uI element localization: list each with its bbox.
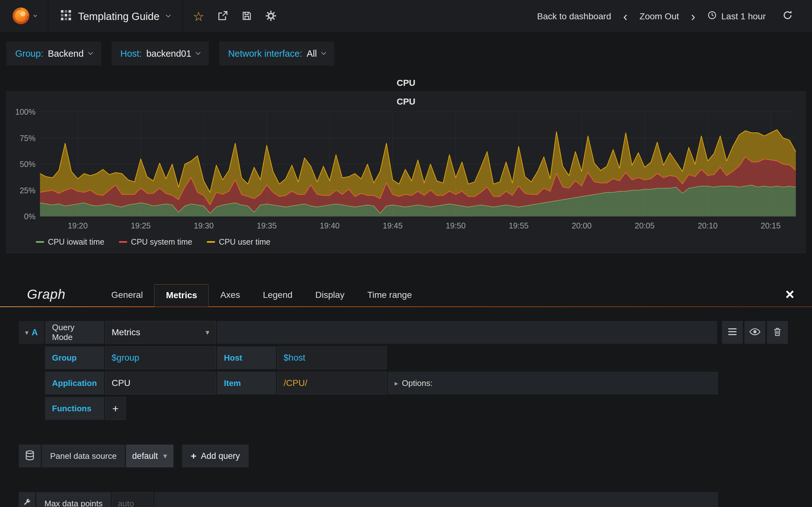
item-input[interactable]: /CPU/ <box>277 372 387 395</box>
query-row-group-host: Group $group Host $host <box>45 346 788 369</box>
host-input[interactable]: $host <box>277 346 387 369</box>
star-button[interactable]: ☆ <box>188 6 209 27</box>
trash-icon <box>773 327 781 338</box>
wrench-icon <box>23 499 31 507</box>
panel-editor-header: Graph General Metrics Axes Legend Displa… <box>0 281 812 306</box>
panel-title[interactable]: CPU <box>0 73 812 91</box>
close-editor-button[interactable]: × <box>785 287 794 306</box>
tab-general[interactable]: General <box>100 284 154 306</box>
variable-value: backend01 <box>146 49 191 59</box>
functions-label: Functions <box>45 397 104 420</box>
zoom-out-button[interactable]: Zoom Out <box>640 11 679 21</box>
svg-text:25%: 25% <box>20 186 36 195</box>
variable-value: Backend <box>48 49 84 59</box>
refresh-button[interactable] <box>777 6 798 27</box>
refresh-icon <box>782 10 793 22</box>
share-button[interactable] <box>212 6 233 27</box>
datasource-value: default <box>132 451 158 461</box>
add-function-button[interactable]: + <box>105 397 126 420</box>
application-input[interactable]: CPU <box>105 372 216 395</box>
navbar-right: Back to dashboard ‹ Zoom Out › Last 1 ho… <box>537 0 812 33</box>
caret-down-icon: ▾ <box>206 328 209 337</box>
dashboard-grid-icon <box>61 10 71 23</box>
star-icon: ☆ <box>193 10 204 23</box>
cpu-chart[interactable]: 0%25%50%75%100%19:2019:2519:3019:3519:40… <box>7 107 805 234</box>
legend-item[interactable]: CPU user time <box>207 237 270 246</box>
max-data-points-row: Max data points auto <box>19 492 788 507</box>
add-query-button[interactable]: + Add query <box>182 445 249 467</box>
caret-down-icon <box>33 13 37 17</box>
editor-accent-line <box>0 306 812 307</box>
group-value: $group <box>112 353 139 363</box>
item-value: /CPU/ <box>284 378 307 388</box>
editor-title: Graph <box>27 287 66 306</box>
gear-icon <box>265 10 276 23</box>
svg-text:19:35: 19:35 <box>257 221 277 230</box>
query-menu-button[interactable] <box>722 321 743 344</box>
svg-text:50%: 50% <box>20 160 36 169</box>
settings-button[interactable] <box>260 6 281 27</box>
svg-text:20:15: 20:15 <box>761 221 780 230</box>
query-row-spacer <box>217 321 717 344</box>
database-icon <box>24 450 35 462</box>
host-value: $host <box>284 353 305 363</box>
legend-item[interactable]: CPU system time <box>119 237 192 246</box>
svg-text:75%: 75% <box>20 134 36 143</box>
max-data-points-value: auto <box>118 499 134 507</box>
save-button[interactable] <box>236 6 257 27</box>
svg-text:20:00: 20:00 <box>572 221 592 230</box>
share-icon <box>217 10 229 23</box>
query-delete-button[interactable] <box>767 321 788 344</box>
variable-label: Group: <box>15 49 44 59</box>
datasource-select[interactable]: default ▾ <box>126 445 173 467</box>
tab-display[interactable]: Display <box>304 284 356 306</box>
svg-text:19:55: 19:55 <box>509 221 529 230</box>
max-data-points-input[interactable]: auto <box>112 492 153 507</box>
chart-legend: CPU iowait time CPU system time CPU user… <box>7 234 805 253</box>
template-variables-row: Group: Backend Host: backend01 Network i… <box>0 33 812 73</box>
query-row-mode: ▾ A Query Mode Metrics ▾ <box>19 321 788 344</box>
variable-label: Host: <box>120 49 142 59</box>
dashboard-title-dropdown[interactable]: Templating Guide <box>48 0 183 33</box>
caret-down-icon: ▾ <box>163 452 167 460</box>
tab-metrics[interactable]: Metrics <box>154 284 209 307</box>
legend-item[interactable]: CPU iowait time <box>36 237 104 246</box>
tab-axes[interactable]: Axes <box>209 284 251 306</box>
plus-icon: + <box>191 451 197 461</box>
variable-network-interface[interactable]: Network interface: All <box>219 42 334 66</box>
legend-label: CPU system time <box>131 237 192 246</box>
time-shift-back-button[interactable]: ‹ <box>623 10 628 23</box>
options-toggle[interactable]: ▸ Options: <box>388 378 433 388</box>
svg-text:100%: 100% <box>15 107 36 116</box>
query-editor: ▾ A Query Mode Metrics ▾ <box>19 321 788 420</box>
variable-host[interactable]: Host: backend01 <box>112 42 209 66</box>
save-icon <box>241 10 252 22</box>
clock-icon <box>707 10 717 22</box>
item-label: Item <box>217 372 276 395</box>
tab-legend[interactable]: Legend <box>252 284 304 306</box>
application-label: Application <box>45 372 104 395</box>
legend-dash <box>207 241 215 243</box>
query-mode-label: Query Mode <box>45 321 104 344</box>
tab-time-range[interactable]: Time range <box>356 284 423 306</box>
caret-down-icon <box>196 50 201 55</box>
group-input[interactable]: $group <box>105 346 216 369</box>
add-query-label: Add query <box>201 451 240 461</box>
time-range-picker[interactable]: Last 1 hour <box>707 10 766 22</box>
datasource-label: Panel data source <box>42 445 125 467</box>
time-range-label: Last 1 hour <box>721 11 766 21</box>
query-collapse-toggle[interactable]: ▾ A <box>19 321 44 344</box>
variable-group[interactable]: Group: Backend <box>6 42 101 66</box>
max-data-points-label: Max data points <box>36 492 111 507</box>
svg-text:19:40: 19:40 <box>320 221 340 230</box>
group-label: Group <box>45 346 104 369</box>
grafana-logo-button[interactable] <box>0 0 48 33</box>
back-to-dashboard-button[interactable]: Back to dashboard <box>537 11 611 21</box>
legend-dash <box>36 241 44 243</box>
wrench-icon-cell <box>19 492 35 507</box>
query-toggle-visibility-button[interactable] <box>745 321 765 344</box>
navbar: Templating Guide ☆ <box>0 0 812 33</box>
datasource-row: Panel data source default ▾ + Add query <box>19 445 788 467</box>
query-mode-select[interactable]: Metrics ▾ <box>105 321 216 344</box>
time-shift-forward-button[interactable]: › <box>691 10 696 23</box>
